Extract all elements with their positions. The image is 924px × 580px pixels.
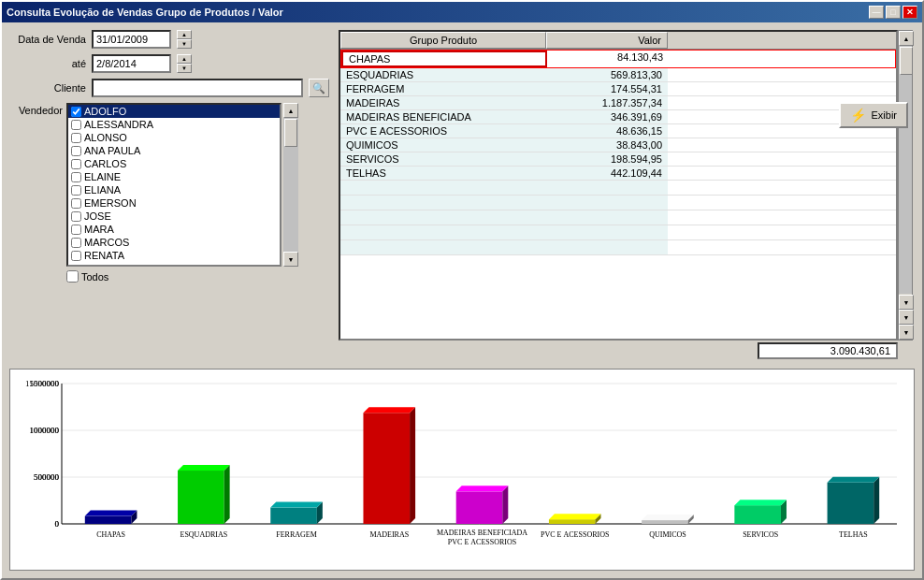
grid-scroll-down3-icon[interactable]: ▼ <box>899 325 914 340</box>
total-row: 3.090.430,61 <box>339 341 913 361</box>
exibir-label: Exibir <box>871 109 897 121</box>
col-valor-header: Valor <box>546 32 668 49</box>
vendedor-label: Vendedor <box>11 103 63 283</box>
vendedor-list-container: ADOLFOALESSANDRAALONSOANA PAULACARLOSELA… <box>66 103 329 283</box>
todos-checkbox[interactable] <box>66 270 79 283</box>
left-panel: Data de Venda ▲ ▼ até ▲ ▼ Cliente <box>11 30 329 361</box>
window-title: Consulta Evolução de Vendas Grupo de Pro… <box>7 7 283 18</box>
ate-label: até <box>11 58 86 69</box>
table-row[interactable]: MADEIRAS1.187.357,34 <box>340 96 896 110</box>
data-inicio-spinner[interactable]: ▲ ▼ <box>177 30 192 49</box>
scroll-thumb[interactable] <box>284 119 297 147</box>
list-item[interactable]: RENATA <box>68 249 280 262</box>
list-item[interactable]: ADOLFO <box>68 105 280 118</box>
grid-scroll-track <box>899 46 912 294</box>
data-label: Data de Venda <box>11 34 86 45</box>
col-grupo-header: Grupo Produto <box>340 32 546 49</box>
list-item[interactable]: ANA PAULA <box>68 144 280 157</box>
table-row[interactable]: MADEIRAS BENEFICIADA346.391,69 <box>340 110 896 124</box>
table-row[interactable] <box>340 210 896 225</box>
todos-label: Todos <box>81 271 108 283</box>
vendedor-scrollbar[interactable]: ▲ ▼ <box>283 103 298 267</box>
grid-scroll-down1-icon[interactable]: ▼ <box>899 295 914 310</box>
main-window: Consulta Evolução de Vendas Grupo de Pro… <box>0 0 924 580</box>
table-row[interactable]: FERRAGEM174.554,31 <box>340 82 896 96</box>
right-panel: Grupo Produto Valor CHAPAS84.130,43ESQUA… <box>339 30 913 361</box>
data-fim-row: até ▲ ▼ <box>11 54 329 73</box>
title-bar: Consulta Evolução de Vendas Grupo de Pro… <box>2 2 922 22</box>
table-row[interactable] <box>340 225 896 240</box>
table-row[interactable]: CHAPAS84.130,43 <box>340 50 896 68</box>
data-fim-spinner[interactable]: ▲ ▼ <box>177 54 192 73</box>
cliente-input[interactable] <box>92 79 303 97</box>
data-inicio-input[interactable] <box>92 30 171 49</box>
spin-down2-icon[interactable]: ▼ <box>177 64 192 73</box>
exibir-container: ⚡ Exibir <box>839 102 908 128</box>
spin-down-icon[interactable]: ▼ <box>177 39 192 49</box>
lightning-icon: ⚡ <box>850 108 866 123</box>
table-row[interactable] <box>340 240 896 255</box>
scroll-track <box>283 118 298 252</box>
close-button[interactable]: ✕ <box>902 6 917 19</box>
cliente-search-button[interactable]: 🔍 <box>309 79 329 97</box>
vendedor-listbox[interactable]: ADOLFOALESSANDRAALONSOANA PAULACARLOSELA… <box>66 103 282 267</box>
list-item[interactable]: ALONSO <box>68 131 280 144</box>
search-icon: 🔍 <box>312 82 325 94</box>
list-item[interactable]: ELIANA <box>68 183 280 196</box>
title-bar-buttons: — □ ✕ <box>869 6 917 19</box>
grid-scroll-up-icon[interactable]: ▲ <box>899 31 914 46</box>
data-fim-input[interactable] <box>92 54 171 73</box>
grid-body[interactable]: CHAPAS84.130,43ESQUADRIAS569.813,30FERRA… <box>340 50 896 339</box>
grid-scrollbar[interactable]: ▲ ▼ ▼ ▼ <box>898 30 913 341</box>
table-row[interactable]: TELHAS442.109,44 <box>340 167 896 181</box>
chart-section <box>9 369 915 571</box>
table-row[interactable] <box>340 181 896 196</box>
grid-scroll-down2-icon[interactable]: ▼ <box>899 310 914 325</box>
cliente-row: Cliente 🔍 <box>11 79 329 97</box>
grid-scroll-thumb[interactable] <box>900 47 913 75</box>
table-row[interactable]: QUIMICOS38.843,00 <box>340 138 896 152</box>
list-item[interactable]: MARCOS <box>68 236 280 249</box>
minimize-button[interactable]: — <box>869 6 884 19</box>
table-row[interactable] <box>340 196 896 210</box>
spin-up2-icon[interactable]: ▲ <box>177 54 192 64</box>
exibir-button[interactable]: ⚡ Exibir <box>839 102 908 128</box>
vendedor-section: Vendedor ADOLFOALESSANDRAALONSOANA PAULA… <box>11 103 329 283</box>
list-item[interactable]: JOSE <box>68 210 280 223</box>
table-row[interactable]: SERVICOS198.594,95 <box>340 152 896 167</box>
cliente-label: Cliente <box>11 82 86 94</box>
list-item[interactable]: MARA <box>68 223 280 236</box>
table-row[interactable]: PVC E ACESSORIOS48.636,15 <box>340 124 896 138</box>
table-row[interactable]: ESQUADRIAS569.813,30 <box>340 68 896 82</box>
scroll-down-icon[interactable]: ▼ <box>283 252 298 267</box>
todos-row: Todos <box>66 270 329 283</box>
list-item[interactable]: ALESSANDRA <box>68 118 280 131</box>
list-item[interactable]: ELAINE <box>68 170 280 183</box>
top-section: Data de Venda ▲ ▼ até ▲ ▼ Cliente <box>2 22 922 369</box>
list-item[interactable]: EMERSON <box>68 196 280 210</box>
product-grid: Grupo Produto Valor CHAPAS84.130,43ESQUA… <box>339 30 898 341</box>
scroll-up-icon[interactable]: ▲ <box>283 103 298 118</box>
grid-header: Grupo Produto Valor <box>340 32 896 50</box>
total-value: 3.090.430,61 <box>758 342 898 359</box>
list-item[interactable]: CARLOS <box>68 157 280 170</box>
maximize-button[interactable]: □ <box>886 6 901 19</box>
spin-up-icon[interactable]: ▲ <box>177 30 192 39</box>
data-inicio-row: Data de Venda ▲ ▼ <box>11 30 329 49</box>
